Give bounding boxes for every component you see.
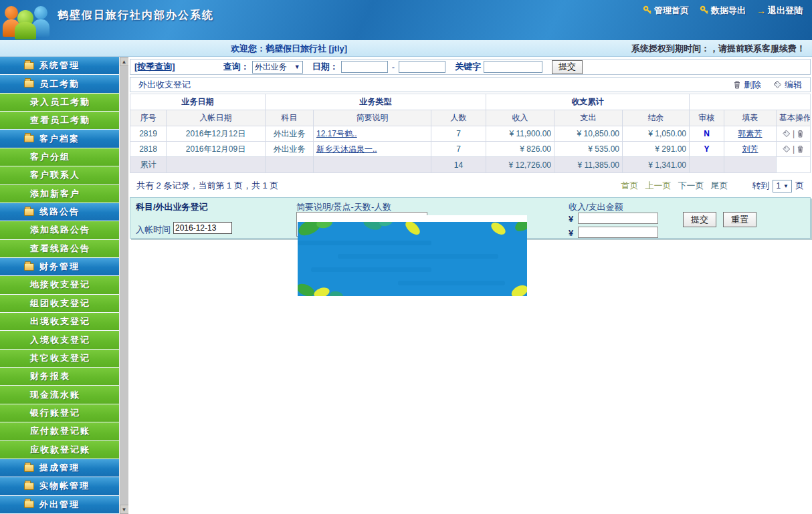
col-balance: 结余 [623, 110, 690, 126]
audit-flag: N [704, 129, 710, 138]
data-export-link[interactable]: 数据导出 [700, 5, 746, 17]
record-desc-link[interactable]: 新乡天沐温泉一.. [316, 144, 377, 154]
sidebar-item-customer-files[interactable]: 客户档案 [0, 130, 119, 148]
col-expense: 支出 [554, 110, 623, 126]
logout-link[interactable]: → 退出登陆 [756, 5, 803, 17]
delete-label: 删除 [744, 79, 761, 91]
date-from-input[interactable] [341, 61, 388, 73]
col-filler: 填表 [724, 110, 777, 126]
sidebar-item-cash-journal[interactable]: 现金流水账 [0, 386, 119, 404]
sidebar-item-finance-reports[interactable]: 财务报表 [0, 368, 119, 386]
goto-label: 转到 [752, 180, 769, 192]
sidebar-item-physical-account-mgmt[interactable]: 实物帐管理 [0, 477, 119, 495]
trash-icon[interactable] [797, 145, 804, 153]
summary-balance: ¥ 1,341.00 [623, 157, 690, 173]
cell-people: 7 [431, 142, 486, 157]
sidebar-item-staff-attendance[interactable]: 员工考勤 [0, 75, 119, 93]
sidebar-item-enter-attendance[interactable]: 录入员工考勤 [0, 94, 119, 112]
sidebar-scrollbar[interactable]: ▲ ▼ [119, 57, 128, 514]
query-bar: [按季查询] 查询： 外出业务 ▼ 日期： - 关键字 提交 [130, 59, 811, 75]
form-submit-button[interactable]: 提交 [683, 212, 716, 227]
summary-income: ¥ 12,726.00 [486, 157, 554, 173]
yen-symbol: ¥ [569, 228, 573, 238]
chevron-down-icon: ▼ [783, 183, 789, 189]
blue-leaves-image [298, 222, 527, 296]
ops-separator: | [793, 129, 795, 138]
col-audit: 审核 [690, 110, 724, 126]
date-to-input[interactable] [399, 61, 445, 73]
logout-label: 退出登陆 [768, 5, 803, 17]
sidebar-item-label: 提成管理 [39, 462, 80, 474]
sidebar-item-outing-mgmt[interactable]: 外出管理 [0, 496, 119, 514]
admin-home-link[interactable]: 管理首页 [643, 5, 689, 17]
business-type-select[interactable]: 外出业务 ▼ [252, 61, 303, 74]
folder-icon [24, 209, 34, 216]
sidebar-item-view-attendance[interactable]: 查看员工考勤 [0, 112, 119, 130]
entry-time-input[interactable] [173, 222, 232, 234]
edit-action[interactable]: 编辑 [773, 79, 802, 91]
sidebar-item-system-mgmt[interactable]: 系统管理 [0, 57, 119, 75]
next-page-link[interactable]: 下一页 [678, 180, 704, 192]
sidebar-item-outbound-ledger[interactable]: 出境收支登记 [0, 313, 119, 331]
cell-income: ¥ 826.00 [486, 142, 554, 157]
sidebar-item-add-route-notice[interactable]: 添加线路公告 [0, 221, 119, 239]
col-ops: 基本操作 [777, 110, 811, 126]
delete-action[interactable]: 删除 [733, 79, 761, 91]
sidebar-item-customer-groups[interactable]: 客户分组 [0, 148, 119, 166]
sidebar-item-label: 出境收支登记 [30, 315, 90, 328]
keyword-input[interactable] [484, 61, 542, 73]
first-page-link[interactable]: 首页 [621, 180, 638, 192]
sidebar-item-label: 银行账登记 [30, 407, 80, 419]
last-page-link[interactable]: 尾页 [710, 180, 728, 192]
sidebar-item-customer-contacts[interactable]: 客户联系人 [0, 166, 119, 184]
sidebar-item-payables-ledger[interactable]: 应付款登记账 [0, 422, 119, 440]
sidebar-item-label: 外出管理 [39, 499, 80, 511]
cell-people: 7 [431, 126, 486, 142]
business-type-selected: 外出业务 [255, 61, 287, 73]
form-reset-button[interactable]: 重置 [723, 212, 756, 227]
sidebar-item-finance-mgmt[interactable]: 财务管理 [0, 258, 119, 276]
summary-label: 累计 [130, 157, 167, 173]
scroll-down-icon[interactable]: ▼ [120, 505, 129, 514]
sidebar-item-add-customer[interactable]: 添加新客户 [0, 185, 119, 203]
sidebar-item-commission-mgmt[interactable]: 提成管理 [0, 459, 119, 477]
folder-icon [24, 62, 34, 70]
ops-separator: | [793, 144, 795, 154]
sidebar-item-label: 地接收支登记 [30, 279, 90, 291]
prev-page-link[interactable]: 上一页 [645, 180, 671, 192]
income-amount-input[interactable] [578, 213, 658, 224]
sidebar-item-local-ledger[interactable]: 地接收支登记 [0, 276, 119, 294]
sidebar-item-label: 员工考勤 [39, 78, 80, 90]
expense-amount-input[interactable] [578, 227, 658, 238]
edit-tag-icon[interactable] [783, 145, 791, 153]
record-desc-link[interactable]: 12.17号鹤.. [316, 129, 357, 138]
filler-link[interactable]: 郭素芳 [738, 129, 763, 138]
table-group-header-row: 业务日期 业务类型 收支累计 [130, 94, 811, 110]
sidebar-item-inbound-ledger[interactable]: 入境收支登记 [0, 331, 119, 349]
sidebar-item-label: 入境收支登记 [30, 334, 90, 346]
sidebar-item-label: 查看员工考勤 [30, 114, 90, 126]
summary-expense: ¥ 11,385.00 [554, 157, 623, 173]
scroll-up-icon[interactable]: ▲ [120, 57, 129, 66]
sidebar-item-receivables-ledger[interactable]: 应收款登记账 [0, 441, 119, 459]
license-expiry-text: 系统授权到期时间：，请提前联系客服续费！ [631, 43, 805, 55]
sidebar-item-bank-ledger[interactable]: 银行账登记 [0, 404, 119, 422]
sidebar-item-label: 客户分组 [30, 151, 70, 163]
form-subject-label: 科目/外出业务登记 [136, 201, 208, 213]
filler-link[interactable]: 刘芳 [742, 144, 758, 154]
key-icon [700, 5, 709, 17]
sidebar-item-group-ledger[interactable]: 组团收支登记 [0, 295, 119, 313]
edit-tag-icon[interactable] [783, 130, 791, 138]
query-submit-button[interactable]: 提交 [552, 60, 583, 74]
sidebar-item-route-notices[interactable]: 线路公告 [0, 203, 119, 221]
sidebar-item-label: 其它收支登记 [30, 352, 90, 364]
ledger-table: 业务日期 业务类型 收支累计 序号 入帐日期 科目 简要说明 人数 收入 支出 … [130, 94, 811, 173]
sidebar-item-label: 添加线路公告 [30, 224, 90, 236]
sidebar-item-view-route-notice[interactable]: 查看线路公告 [0, 240, 119, 258]
cell-income: ¥ 11,900.00 [486, 126, 554, 142]
page-number-select[interactable]: 1 ▼ [773, 180, 792, 192]
sidebar-item-other-ledger[interactable]: 其它收支登记 [0, 350, 119, 368]
season-query-link[interactable]: [按季查询] [134, 61, 175, 73]
key-icon [643, 5, 652, 17]
trash-icon[interactable] [797, 130, 804, 138]
